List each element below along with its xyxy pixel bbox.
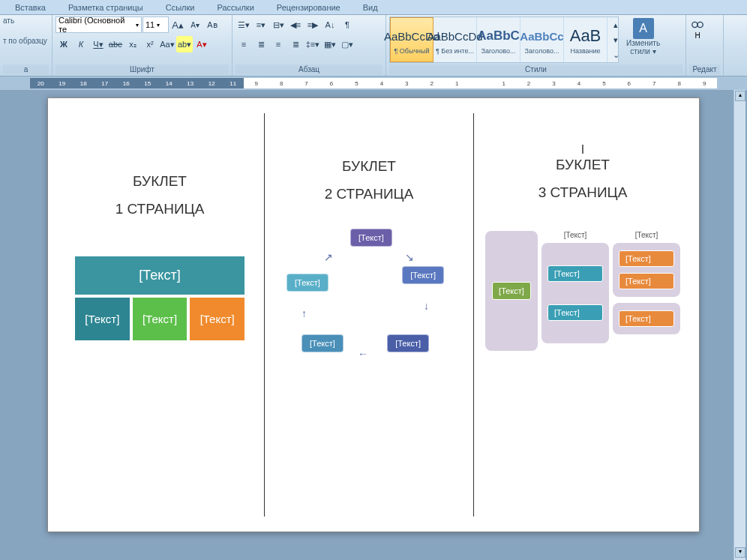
col1-subtitle: 1 СТРАНИЦА bbox=[116, 201, 205, 217]
smartart-list[interactable]: [Текст] [Текст] [Текст] [Текст] [Текст] … bbox=[485, 231, 680, 351]
scroll-down-button[interactable]: ▾ bbox=[735, 547, 746, 558]
list-header-2: [Текст] bbox=[613, 231, 680, 239]
page-column-1: БУКЛЕТ 1 СТРАНИЦА [Текст] [Текст] [Текст… bbox=[56, 113, 264, 517]
grow-font-button[interactable]: A▴ bbox=[170, 16, 186, 33]
list-box-orange-3[interactable]: [Текст] bbox=[619, 310, 674, 327]
multilevel-button[interactable]: ⊟▾ bbox=[270, 16, 286, 33]
list-header-1: [Текст] bbox=[542, 231, 609, 239]
smartart-cell-1[interactable]: [Текст] bbox=[74, 296, 131, 342]
ribbon: ать т по образцу а Calibri (Основной те▾… bbox=[0, 15, 747, 76]
indent-decrease-button[interactable]: ◀≡ bbox=[287, 16, 304, 33]
underline-button[interactable]: Ч▾ bbox=[90, 36, 106, 52]
clipboard-group: ать т по образцу а bbox=[0, 15, 52, 76]
ribbon-tabs: Вставка Разметка страницы Ссылки Рассылк… bbox=[0, 0, 747, 15]
font-color-button[interactable]: A▾ bbox=[194, 36, 210, 52]
tab-view[interactable]: Вид bbox=[352, 1, 389, 13]
col3-subtitle: 3 СТРАНИЦА bbox=[538, 184, 628, 201]
arrow-icon: ↘ bbox=[405, 251, 414, 263]
numbering-button[interactable]: ≡▾ bbox=[253, 16, 269, 33]
style-no-spacing[interactable]: AaBbCcDd ¶ Без инте... bbox=[434, 17, 477, 62]
sort-button[interactable]: A↓ bbox=[322, 16, 338, 33]
align-justify-button[interactable]: ≣ bbox=[287, 36, 304, 52]
style-gallery: AaBbCcDd ¶ Обычный AaBbCcDd ¶ Без инте..… bbox=[389, 16, 619, 63]
cycle-box-2[interactable]: [Текст] bbox=[402, 266, 444, 284]
shading-button[interactable]: ▦▾ bbox=[322, 36, 338, 52]
strike-button[interactable]: abe bbox=[107, 36, 124, 52]
smartart-cell-3[interactable]: [Текст] bbox=[188, 296, 246, 342]
italic-button[interactable]: К bbox=[73, 36, 89, 52]
tab-insert[interactable]: Вставка bbox=[4, 1, 57, 13]
list-box-teal-2[interactable]: [Текст] bbox=[548, 304, 603, 321]
scroll-up-button[interactable]: ▴ bbox=[735, 91, 746, 101]
editing-group-label: Редакт bbox=[689, 64, 720, 74]
page-column-2: БУКЛЕТ 2 СТРАНИЦА [Текст] ↘ [Текст] ↓ [Т… bbox=[264, 113, 473, 517]
bold-button[interactable]: Ж bbox=[56, 36, 72, 52]
vertical-scrollbar[interactable]: ▴ ▾ bbox=[734, 90, 746, 560]
ruler-horizontal[interactable]: 20191817161514131211 987654321123456789 bbox=[0, 76, 747, 90]
smartart-hierarchy[interactable]: [Текст] [Текст] [Текст] [Текст] bbox=[74, 255, 246, 342]
list-col1: [Текст] bbox=[485, 231, 538, 351]
font-name-combo[interactable]: Calibri (Основной те▾ bbox=[56, 16, 142, 33]
page[interactable]: БУКЛЕТ 1 СТРАНИЦА [Текст] [Текст] [Текст… bbox=[47, 97, 700, 532]
arrow-icon: ↑ bbox=[302, 307, 307, 319]
col2-subtitle: 2 СТРАНИЦА bbox=[325, 186, 414, 202]
change-case-button[interactable]: Aa▾ bbox=[159, 36, 176, 52]
arrow-icon: ← bbox=[358, 348, 368, 360]
arrow-icon: ↗ bbox=[324, 251, 333, 263]
tab-mail[interactable]: Рассылки bbox=[206, 1, 265, 13]
line-spacing-button[interactable]: ‡≡▾ bbox=[304, 36, 321, 52]
list-box-orange-2[interactable]: [Текст] bbox=[619, 273, 674, 289]
col3-title: БУКЛЕТ bbox=[556, 157, 610, 173]
cycle-box-1[interactable]: [Текст] bbox=[350, 229, 392, 247]
indent-increase-button[interactable]: ≡▶ bbox=[304, 16, 321, 33]
align-right-button[interactable]: ≡ bbox=[270, 36, 286, 52]
cycle-box-5[interactable]: [Текст] bbox=[286, 274, 328, 292]
list-box-orange-1[interactable]: [Текст] bbox=[619, 250, 674, 267]
col3-roman: I bbox=[581, 143, 584, 157]
align-left-button[interactable]: ≡ bbox=[236, 36, 252, 52]
list-box-teal-1[interactable]: [Текст] bbox=[548, 265, 603, 282]
font-size-combo[interactable]: 11▾ bbox=[142, 16, 169, 33]
arrow-icon: ↓ bbox=[424, 300, 429, 312]
styles-group-label: Стили bbox=[389, 64, 682, 74]
highlight-button[interactable]: ab▾ bbox=[176, 36, 193, 52]
smartart-cell-2[interactable]: [Текст] bbox=[131, 296, 189, 342]
change-styles-button[interactable]: A Изменить стили ▾ bbox=[620, 16, 666, 57]
bullets-button[interactable]: ☰▾ bbox=[236, 16, 252, 33]
paste-button[interactable]: ать bbox=[3, 16, 14, 25]
svg-point-0 bbox=[692, 22, 698, 27]
style-heading2[interactable]: AaBbCc Заголово... bbox=[520, 17, 564, 62]
document-area: БУКЛЕТ 1 СТРАНИЦА [Текст] [Текст] [Текст… bbox=[0, 90, 747, 560]
font-group-label: Шрифт bbox=[56, 64, 229, 74]
smartart-cycle[interactable]: [Текст] ↘ [Текст] ↓ [Текст] ← [Текст] ↑ … bbox=[283, 225, 455, 390]
col2-title: БУКЛЕТ bbox=[342, 158, 396, 175]
shrink-font-button[interactable]: A▾ bbox=[187, 16, 203, 33]
list-box-left[interactable]: [Текст] bbox=[492, 282, 531, 300]
subscript-button[interactable]: x₂ bbox=[124, 36, 141, 52]
font-group: Calibri (Основной те▾ 11▾ A▴ A▾ Aʙ Ж К Ч… bbox=[52, 15, 232, 76]
superscript-button[interactable]: x² bbox=[142, 36, 158, 52]
binoculars-icon bbox=[691, 18, 704, 31]
col1-title: БУКЛЕТ bbox=[133, 173, 187, 190]
svg-point-1 bbox=[698, 22, 703, 27]
page-column-3: I БУКЛЕТ 3 СТРАНИЦА [Текст] [Текст] [Тек… bbox=[473, 113, 692, 517]
paragraph-group-label: Абзац bbox=[236, 64, 382, 74]
style-heading1[interactable]: AaBbC Заголово... bbox=[477, 17, 520, 62]
tab-links[interactable]: Ссылки bbox=[154, 1, 206, 13]
cycle-box-4[interactable]: [Текст] bbox=[302, 334, 344, 352]
style-title[interactable]: AaB Название bbox=[564, 17, 608, 62]
align-center-button[interactable]: ≣ bbox=[253, 36, 269, 52]
editing-group: Н Редакт bbox=[686, 15, 724, 76]
format-painter-button[interactable]: т по образцу bbox=[3, 37, 47, 45]
tab-layout[interactable]: Разметка страницы bbox=[57, 1, 154, 13]
show-marks-button[interactable]: ¶ bbox=[339, 16, 356, 33]
smartart-top-cell[interactable]: [Текст] bbox=[74, 255, 246, 296]
clear-format-button[interactable]: Aʙ bbox=[204, 16, 220, 33]
change-styles-icon: A bbox=[633, 18, 654, 39]
tab-review[interactable]: Рецензирование bbox=[266, 1, 352, 13]
find-button[interactable]: Н bbox=[689, 16, 706, 41]
borders-button[interactable]: ▢▾ bbox=[339, 36, 356, 52]
clipboard-label: а bbox=[3, 64, 49, 74]
paragraph-group: ☰▾ ≡▾ ⊟▾ ◀≡ ≡▶ A↓ ¶ ≡ ≣ ≡ ≣ ‡≡▾ ▦▾ ▢▾ Аб… bbox=[232, 15, 386, 76]
cycle-box-3[interactable]: [Текст] bbox=[387, 334, 429, 352]
